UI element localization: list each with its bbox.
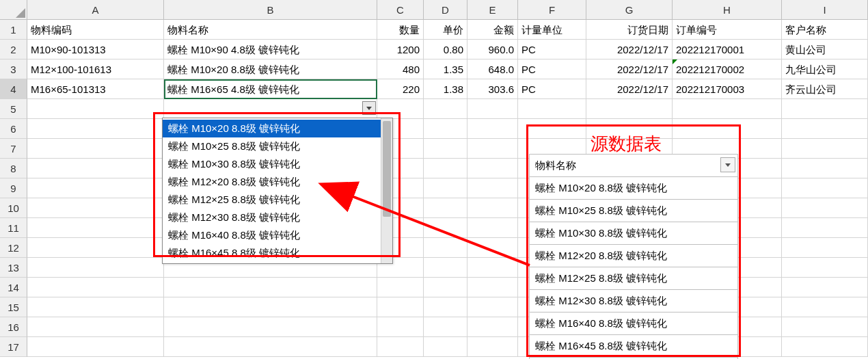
cell-A15[interactable] — [27, 297, 164, 317]
cell-E14[interactable] — [467, 278, 518, 297]
cell-F6[interactable] — [518, 119, 586, 139]
cell-A1[interactable]: 物料编码 — [27, 20, 164, 40]
cell-D16[interactable] — [424, 317, 467, 337]
select-all-corner[interactable] — [0, 0, 27, 20]
cell-I2[interactable]: 黄山公司 — [782, 40, 868, 59]
cell-A7[interactable] — [27, 139, 164, 159]
cell-E1[interactable]: 金额 — [467, 20, 518, 40]
cell-E13[interactable] — [467, 258, 518, 278]
cell-C14[interactable] — [377, 278, 424, 297]
cell-D1[interactable]: 单价 — [424, 20, 467, 40]
row-header-15[interactable]: 15 — [0, 297, 27, 317]
cell-A16[interactable] — [27, 317, 164, 337]
cell-I10[interactable] — [782, 198, 868, 218]
cell-I8[interactable] — [782, 159, 868, 178]
cell-E11[interactable] — [467, 218, 518, 238]
cell-E6[interactable] — [467, 119, 518, 139]
dropdown-option[interactable]: 螺栓 M12×20 8.8级 镀锌钝化 — [163, 173, 381, 191]
row-header-13[interactable]: 13 — [0, 258, 27, 278]
cell-C15[interactable] — [377, 297, 424, 317]
data-validation-dropdown-button[interactable] — [362, 101, 376, 115]
cell-D10[interactable] — [424, 198, 467, 218]
cell-C1[interactable]: 数量 — [377, 20, 424, 40]
column-header-G[interactable]: G — [586, 0, 673, 20]
cell-B17[interactable] — [164, 337, 377, 357]
cell-E5[interactable] — [467, 99, 518, 119]
cell-C17[interactable] — [377, 337, 424, 357]
column-header-A[interactable]: A — [27, 0, 164, 20]
cell-C4[interactable]: 220 — [377, 79, 424, 99]
cell-E8[interactable] — [467, 159, 518, 178]
row-header-10[interactable]: 10 — [0, 198, 27, 218]
cell-D5[interactable] — [424, 99, 467, 119]
row-header-1[interactable]: 1 — [0, 20, 27, 40]
cell-D6[interactable] — [424, 119, 467, 139]
cell-E7[interactable] — [467, 139, 518, 159]
dropdown-option[interactable]: 螺栓 M10×20 8.8级 镀锌钝化 — [163, 120, 381, 137]
cell-A4[interactable]: M16×65-101313 — [27, 79, 164, 99]
dropdown-option[interactable]: 螺栓 M10×30 8.8级 镀锌钝化 — [163, 155, 381, 173]
cell-I5[interactable] — [782, 99, 868, 119]
column-header-C[interactable]: C — [377, 0, 424, 20]
cell-B15[interactable] — [164, 297, 377, 317]
row-header-8[interactable]: 8 — [0, 159, 27, 178]
cell-F1[interactable]: 计量单位 — [518, 20, 586, 40]
cell-E15[interactable] — [467, 297, 518, 317]
dropdown-option[interactable]: 螺栓 M10×25 8.8级 镀锌钝化 — [163, 137, 381, 155]
cell-A13[interactable] — [27, 258, 164, 278]
cell-I16[interactable] — [782, 317, 868, 337]
cell-A11[interactable] — [27, 218, 164, 238]
cell-B5[interactable] — [164, 99, 377, 119]
cell-E3[interactable]: 648.0 — [467, 59, 518, 79]
column-header-D[interactable]: D — [424, 0, 467, 20]
cell-E10[interactable] — [467, 198, 518, 218]
cell-B16[interactable] — [164, 317, 377, 337]
cell-I17[interactable] — [782, 337, 868, 357]
cell-A10[interactable] — [27, 198, 164, 218]
cell-H3[interactable]: 202212170002 — [673, 59, 782, 79]
cell-I6[interactable] — [782, 119, 868, 139]
cell-C16[interactable] — [377, 317, 424, 337]
cell-D14[interactable] — [424, 278, 467, 297]
cell-D7[interactable] — [424, 139, 467, 159]
row-header-11[interactable]: 11 — [0, 218, 27, 238]
cell-H6[interactable] — [673, 119, 782, 139]
cell-B3[interactable]: 螺栓 M10×20 8.8级 镀锌钝化 — [164, 59, 377, 79]
cell-D15[interactable] — [424, 297, 467, 317]
cell-F3[interactable]: PC — [518, 59, 586, 79]
column-header-I[interactable]: I — [782, 0, 868, 20]
row-header-16[interactable]: 16 — [0, 317, 27, 337]
cell-F2[interactable]: PC — [518, 40, 586, 59]
dropdown-scrollbar[interactable] — [381, 118, 392, 263]
cell-E9[interactable] — [467, 178, 518, 198]
cell-I12[interactable] — [782, 238, 868, 258]
cell-D11[interactable] — [424, 218, 467, 238]
row-header-6[interactable]: 6 — [0, 119, 27, 139]
cell-E4[interactable]: 303.6 — [467, 79, 518, 99]
cell-A17[interactable] — [27, 337, 164, 357]
cell-A2[interactable]: M10×90-101313 — [27, 40, 164, 59]
dropdown-option[interactable]: 螺栓 M12×30 8.8级 镀锌钝化 — [163, 209, 381, 226]
cell-C2[interactable]: 1200 — [377, 40, 424, 59]
cell-D9[interactable] — [424, 178, 467, 198]
cell-C3[interactable]: 480 — [377, 59, 424, 79]
cell-B2[interactable]: 螺栓 M10×90 4.8级 镀锌钝化 — [164, 40, 377, 59]
row-header-7[interactable]: 7 — [0, 139, 27, 159]
cell-E16[interactable] — [467, 317, 518, 337]
row-header-14[interactable]: 14 — [0, 278, 27, 297]
cell-D17[interactable] — [424, 337, 467, 357]
row-header-5[interactable]: 5 — [0, 99, 27, 119]
column-header-B[interactable]: B — [164, 0, 377, 20]
cell-E2[interactable]: 960.0 — [467, 40, 518, 59]
cell-I3[interactable]: 九华山公司 — [782, 59, 868, 79]
cell-B14[interactable] — [164, 278, 377, 297]
dropdown-option[interactable]: 螺栓 M12×25 8.8级 镀锌钝化 — [163, 191, 381, 209]
cell-H2[interactable]: 202212170001 — [673, 40, 782, 59]
cell-D13[interactable] — [424, 258, 467, 278]
cell-A6[interactable] — [27, 119, 164, 139]
row-header-2[interactable]: 2 — [0, 40, 27, 59]
cell-I4[interactable]: 齐云山公司 — [782, 79, 868, 99]
cell-I1[interactable]: 客户名称 — [782, 20, 868, 40]
cell-G4[interactable]: 2022/12/17 — [586, 79, 673, 99]
cell-I14[interactable] — [782, 278, 868, 297]
